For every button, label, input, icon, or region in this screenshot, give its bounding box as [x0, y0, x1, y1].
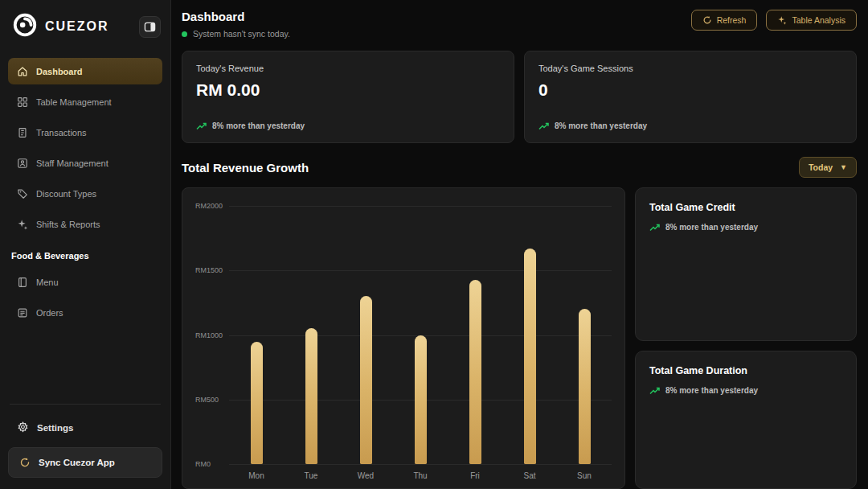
- stat-value: 0: [538, 80, 842, 100]
- sidebar-item-label: Menu: [36, 277, 59, 287]
- side-card-delta: 8% more than yesterday: [649, 223, 842, 232]
- stat-delta-text: 8% more than yesterday: [212, 121, 305, 130]
- status-dot-icon: [182, 31, 187, 37]
- bar-fri: [469, 280, 481, 465]
- sidebar-item-transactions[interactable]: Transactions: [8, 119, 162, 146]
- section-label-fnb: Food & Beverages: [0, 241, 170, 269]
- stat-label: Today's Game Sessions: [538, 64, 842, 73]
- x-axis-label: Wed: [338, 471, 393, 480]
- sidebar: CUEZOR Dashboard Table Management Transa…: [0, 0, 171, 489]
- bar-sun: [579, 309, 591, 464]
- side-cards-column: Total Game Credit 8% more than yesterday…: [635, 187, 857, 489]
- sync-status-text: System hasn't sync today.: [193, 29, 290, 39]
- gear-icon: [17, 421, 29, 434]
- bar-sat: [524, 249, 536, 464]
- sidebar-item-label: Transactions: [36, 128, 87, 138]
- fnb-nav: Menu Orders: [0, 269, 170, 330]
- sidebar-item-label: Shifts & Reports: [36, 220, 100, 229]
- y-axis-label: RM2000: [195, 202, 226, 210]
- orders-icon: [17, 307, 28, 318]
- analysis-sparkle-icon: [777, 15, 787, 25]
- sidebar-item-label: Dashboard: [36, 67, 82, 76]
- sidebar-bottom: Settings Sync Cuezor App: [0, 404, 170, 489]
- bar-thu: [415, 335, 427, 465]
- x-axis-label: Mon: [229, 471, 284, 480]
- refresh-icon: [702, 15, 712, 25]
- chevron-down-icon: ▼: [840, 163, 847, 171]
- stat-label: Today's Revenue: [196, 64, 500, 73]
- sidebar-item-discount-types[interactable]: Discount Types: [8, 180, 162, 207]
- panel-toggle-icon: [144, 21, 156, 33]
- y-axis-label: RM0: [195, 460, 226, 468]
- bar-chart-plot: RM2000RM1500RM1000RM500RM0: [229, 206, 612, 464]
- tag-icon: [17, 188, 28, 199]
- date-range-dropdown[interactable]: Today ▼: [799, 157, 857, 178]
- sidebar-toggle-button[interactable]: [139, 16, 161, 38]
- total-game-duration-card: Total Game Duration 8% more than yesterd…: [635, 351, 857, 489]
- refresh-button-label: Refresh: [717, 15, 747, 25]
- logo-row: CUEZOR: [0, 0, 170, 58]
- main-content: Dashboard System hasn't sync today. Refr…: [171, 0, 868, 489]
- x-axis-label: Sun: [557, 471, 612, 480]
- page-title: Dashboard: [182, 10, 290, 23]
- cuezor-logo-icon: [11, 11, 39, 42]
- content-row: RM2000RM1500RM1000RM500RM0 MonTueWedThuF…: [182, 187, 857, 489]
- trend-up-icon: [196, 122, 207, 130]
- y-axis-label: RM500: [195, 396, 226, 404]
- bar-column: [448, 206, 502, 464]
- sync-icon: [19, 457, 31, 468]
- main-nav: Dashboard Table Management Transactions …: [0, 58, 170, 241]
- stats-row: Today's Revenue RM 0.00 8% more than yes…: [182, 51, 857, 143]
- brand-name: CUEZOR: [45, 19, 109, 34]
- y-axis-label: RM1000: [195, 331, 226, 339]
- sidebar-item-settings[interactable]: Settings: [8, 414, 162, 441]
- table-analysis-button[interactable]: Table Analysis: [766, 10, 857, 31]
- home-icon: [17, 66, 28, 77]
- sidebar-item-table-management[interactable]: Table Management: [8, 88, 162, 115]
- refresh-button[interactable]: Refresh: [691, 10, 758, 31]
- stat-delta: 8% more than yesterday: [538, 121, 842, 130]
- header-buttons: Refresh Table Analysis: [691, 10, 857, 31]
- x-axis-label: Tue: [284, 471, 338, 480]
- bar-column: [229, 206, 284, 464]
- sidebar-item-shifts-reports[interactable]: Shifts & Reports: [8, 211, 162, 237]
- trend-up-icon: [649, 387, 661, 395]
- date-range-label: Today: [809, 162, 833, 172]
- sidebar-item-label: Settings: [37, 423, 73, 433]
- side-card-delta-text: 8% more than yesterday: [665, 223, 758, 232]
- sidebar-item-staff-management[interactable]: Staff Management: [8, 150, 162, 176]
- main-header: Dashboard System hasn't sync today. Refr…: [182, 10, 857, 39]
- header-left: Dashboard System hasn't sync today.: [182, 10, 290, 39]
- bar-column: [557, 206, 612, 464]
- receipt-icon: [17, 127, 28, 138]
- sidebar-divider: [10, 404, 161, 405]
- stat-delta: 8% more than yesterday: [196, 121, 500, 130]
- x-axis-label: Thu: [393, 471, 448, 480]
- stat-card-revenue: Today's Revenue RM 0.00 8% more than yes…: [182, 51, 514, 143]
- gridline: [229, 464, 612, 465]
- y-axis-label: RM1500: [195, 266, 226, 274]
- total-game-credit-card: Total Game Credit 8% more than yesterday: [635, 187, 857, 341]
- side-card-delta: 8% more than yesterday: [649, 386, 842, 395]
- side-card-title: Total Game Duration: [649, 365, 842, 376]
- x-axis-label: Sat: [502, 471, 557, 480]
- x-axis-labels: MonTueWedThuFriSatSun: [229, 471, 612, 485]
- sidebar-item-label: Orders: [36, 308, 63, 318]
- sidebar-item-sync-cuezor-app[interactable]: Sync Cuezor App: [8, 447, 162, 478]
- table-grid-icon: [17, 97, 28, 108]
- sync-status-row: System hasn't sync today.: [182, 29, 290, 39]
- sidebar-item-dashboard[interactable]: Dashboard: [8, 58, 162, 84]
- bars-row: [229, 206, 612, 464]
- revenue-section-header: Total Revenue Growth Today ▼: [182, 157, 857, 178]
- bar-mon: [251, 342, 263, 464]
- sidebar-item-label: Staff Management: [36, 158, 108, 168]
- bar-column: [338, 206, 393, 464]
- sidebar-item-orders[interactable]: Orders: [8, 299, 162, 326]
- table-analysis-button-label: Table Analysis: [792, 15, 845, 25]
- sidebar-item-label: Table Management: [36, 97, 112, 107]
- staff-icon: [17, 158, 28, 169]
- side-card-title: Total Game Credit: [649, 202, 842, 213]
- sidebar-item-menu[interactable]: Menu: [8, 269, 162, 295]
- stat-value: RM 0.00: [196, 80, 500, 100]
- side-card-delta-text: 8% more than yesterday: [665, 386, 758, 395]
